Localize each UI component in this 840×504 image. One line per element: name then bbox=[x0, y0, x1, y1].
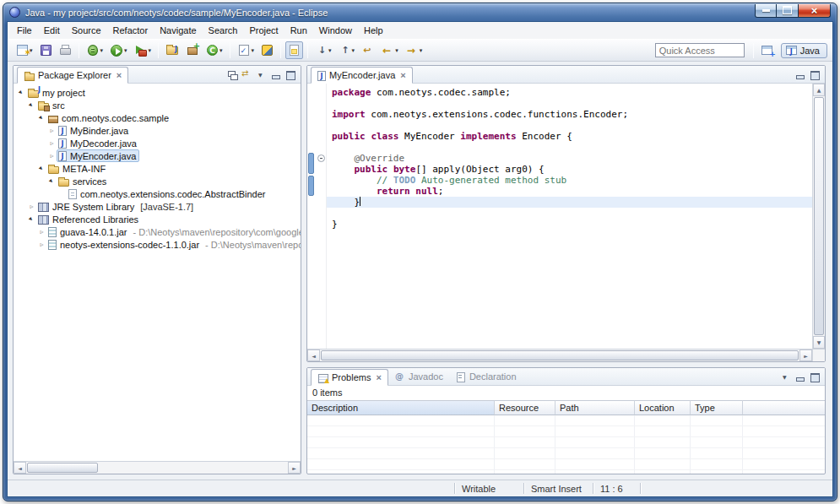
open-task-button[interactable]: ▾ bbox=[235, 41, 257, 59]
tab-myencoder-java[interactable]: MyEncoder.java × bbox=[311, 67, 413, 84]
tree-item-jre-system-library[interactable]: JRE System Library[JavaSE-1.7] bbox=[14, 200, 301, 213]
column-header-location[interactable]: Location bbox=[635, 400, 691, 415]
print-button[interactable] bbox=[57, 41, 74, 59]
menu-source[interactable]: Source bbox=[66, 24, 107, 37]
column-header-type[interactable]: Type bbox=[691, 400, 743, 415]
menu-navigate[interactable]: Navigate bbox=[154, 24, 202, 37]
scroll-left-arrow-icon[interactable]: ◄ bbox=[307, 350, 320, 361]
annotation-ruler[interactable] bbox=[307, 84, 316, 349]
scrollbar-thumb[interactable] bbox=[27, 463, 98, 473]
tree-item-com-neotys-codec-sample[interactable]: com.neotys.codec.sample bbox=[14, 111, 301, 124]
tree-item-mybinder-java[interactable]: MyBinder.java bbox=[14, 124, 301, 137]
menu-refactor[interactable]: Refactor bbox=[107, 24, 154, 37]
twisty-icon[interactable] bbox=[47, 176, 57, 187]
column-header-resource[interactable]: Resource bbox=[495, 400, 555, 415]
menu-file[interactable]: File bbox=[11, 24, 38, 37]
quick-access-input[interactable] bbox=[655, 43, 745, 57]
code-editor[interactable]: package com.neotys.codec.sample;import c… bbox=[327, 84, 812, 349]
tree-item-guava-14-0-1-jar[interactable]: guava-14.0.1.jar- D:\Neotys\maven\reposi… bbox=[14, 225, 301, 238]
close-icon[interactable]: × bbox=[376, 373, 381, 382]
external-tools-button[interactable]: ▾ bbox=[132, 41, 154, 60]
maximize-icon[interactable] bbox=[809, 69, 820, 80]
tree-item-my-project[interactable]: my project bbox=[14, 86, 301, 99]
scroll-down-arrow-icon[interactable]: ▼ bbox=[813, 336, 825, 349]
twisty-icon[interactable] bbox=[47, 138, 57, 149]
titlebar[interactable]: Java - my project/src/com/neotys/codec/s… bbox=[3, 3, 837, 21]
tree-item-myencoder-java[interactable]: MyEncoder.java bbox=[14, 149, 301, 162]
tab-declaration[interactable]: Declaration bbox=[449, 368, 523, 385]
new-class-button[interactable]: ▾ bbox=[203, 41, 225, 59]
twisty-icon[interactable] bbox=[37, 112, 46, 124]
folding-ruler[interactable] bbox=[316, 84, 327, 349]
twisty-icon[interactable] bbox=[17, 87, 26, 99]
twisty-icon[interactable] bbox=[27, 214, 36, 225]
new-wizard-button[interactable]: ▾ bbox=[14, 41, 35, 59]
forward-button[interactable]: ▾ bbox=[403, 41, 425, 60]
twisty-icon[interactable] bbox=[47, 125, 57, 137]
debug-button[interactable]: ▾ bbox=[84, 41, 106, 59]
close-icon[interactable]: × bbox=[400, 71, 405, 80]
link-with-editor-icon[interactable] bbox=[241, 69, 252, 80]
scrollbar-thumb[interactable] bbox=[814, 97, 824, 335]
twisty-icon[interactable] bbox=[37, 239, 46, 251]
scrollbar-track[interactable] bbox=[26, 462, 288, 474]
menu-search[interactable]: Search bbox=[203, 24, 244, 37]
open-perspective-button[interactable] bbox=[758, 41, 776, 59]
tab-javadoc[interactable]: Javadoc bbox=[388, 368, 449, 385]
editor-horizontal-scrollbar[interactable]: ◄ ► bbox=[307, 349, 825, 361]
prev-annotation-button[interactable]: ▾ bbox=[336, 41, 358, 60]
last-edit-button[interactable] bbox=[359, 41, 377, 60]
package-explorer-horizontal-scrollbar[interactable]: ◄ ► bbox=[14, 461, 301, 474]
collapse-all-icon[interactable] bbox=[227, 69, 238, 80]
window-maximize-button[interactable] bbox=[777, 4, 799, 18]
tree-item-src[interactable]: src bbox=[14, 99, 301, 111]
window-close-button[interactable] bbox=[799, 4, 831, 18]
scroll-right-arrow-icon[interactable]: ► bbox=[799, 350, 812, 361]
new-package-button[interactable] bbox=[183, 41, 202, 60]
package-explorer-tree[interactable]: my projectsrccom.neotys.codec.sampleMyBi… bbox=[14, 84, 301, 461]
save-button[interactable] bbox=[37, 41, 55, 59]
scroll-up-arrow-icon[interactable]: ▲ bbox=[813, 84, 825, 96]
scroll-right-arrow-icon[interactable]: ► bbox=[288, 462, 301, 474]
menu-project[interactable]: Project bbox=[243, 24, 284, 37]
back-button[interactable]: ▾ bbox=[378, 41, 401, 60]
tree-item-referenced-libraries[interactable]: Referenced Libraries bbox=[14, 213, 301, 225]
window-minimize-button[interactable] bbox=[755, 4, 777, 18]
tree-item-meta-inf[interactable]: META-INF bbox=[14, 162, 301, 175]
menu-run[interactable]: Run bbox=[285, 24, 313, 37]
collapse-fold-icon[interactable] bbox=[317, 154, 325, 162]
maximize-icon[interactable] bbox=[285, 69, 295, 80]
column-header-path[interactable]: Path bbox=[555, 400, 635, 415]
java-perspective-button[interactable]: Java bbox=[781, 43, 827, 58]
menu-help[interactable]: Help bbox=[358, 24, 389, 37]
tab-package-explorer[interactable]: Package Explorer × bbox=[17, 67, 128, 84]
scroll-left-arrow-icon[interactable]: ◄ bbox=[14, 462, 26, 474]
menu-window[interactable]: Window bbox=[313, 24, 358, 37]
new-java-project-button[interactable] bbox=[163, 41, 182, 60]
eclipse-logo-icon[interactable] bbox=[9, 7, 20, 18]
tree-item-mydecoder-java[interactable]: MyDecoder.java bbox=[14, 137, 301, 149]
twisty-icon[interactable] bbox=[47, 150, 57, 162]
tree-item-neotys-extensions-codec-1-1-0-jar[interactable]: neotys-extensions-codec-1.1.0.jar- D:\Ne… bbox=[14, 238, 301, 251]
tree-item-com-neotys-extensions-codec-abstractbinder[interactable]: com.neotys.extensions.codec.AbstractBind… bbox=[14, 187, 301, 200]
twisty-icon[interactable] bbox=[27, 100, 36, 111]
maximize-icon[interactable] bbox=[809, 371, 820, 382]
close-icon[interactable]: × bbox=[117, 71, 122, 80]
minimize-icon[interactable] bbox=[270, 69, 281, 80]
search-button[interactable] bbox=[258, 41, 276, 59]
tab-problems[interactable]: Problems× bbox=[311, 369, 388, 386]
view-menu-icon[interactable] bbox=[780, 371, 791, 382]
view-menu-icon[interactable] bbox=[256, 69, 267, 80]
mark-occurrences-button[interactable] bbox=[285, 41, 303, 59]
next-annotation-button[interactable]: ▾ bbox=[312, 41, 334, 60]
tree-item-services[interactable]: services bbox=[14, 175, 301, 187]
run-button[interactable]: ▾ bbox=[107, 41, 130, 60]
scrollbar-thumb[interactable] bbox=[321, 350, 799, 360]
twisty-icon[interactable] bbox=[37, 163, 46, 175]
editor-vertical-scrollbar[interactable]: ▲ ▼ bbox=[812, 84, 825, 349]
column-header-description[interactable]: Description bbox=[307, 400, 495, 415]
twisty-icon[interactable] bbox=[37, 226, 46, 238]
menu-edit[interactable]: Edit bbox=[38, 24, 66, 37]
minimize-icon[interactable] bbox=[794, 69, 805, 80]
twisty-icon[interactable] bbox=[27, 201, 36, 213]
